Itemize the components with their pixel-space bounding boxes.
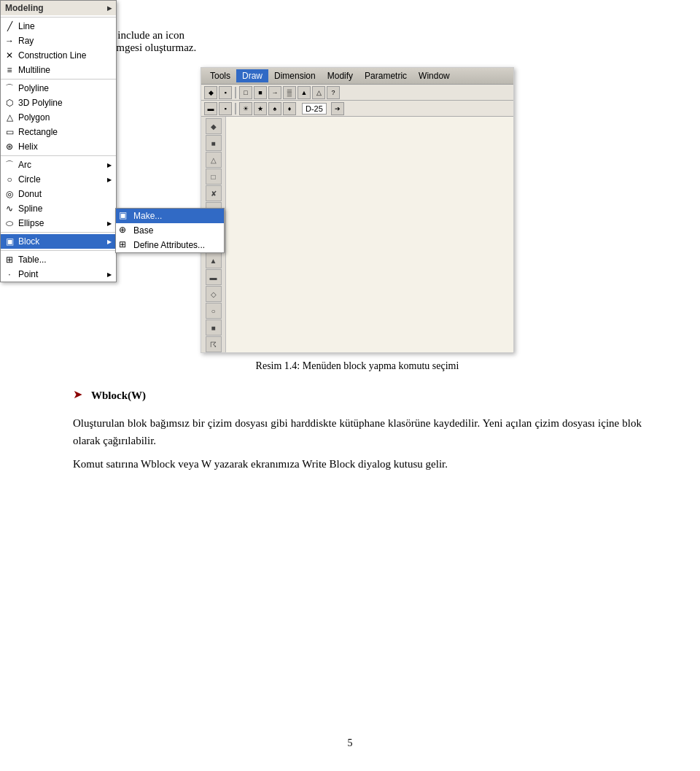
submenu-item-make[interactable]: ▣ Make... bbox=[116, 209, 224, 223]
zoom-input[interactable]: D-25 bbox=[302, 103, 327, 115]
menu-item-arc-label: Arc bbox=[18, 160, 31, 170]
menu-item-donut[interactable]: ◎ Donut bbox=[1, 187, 116, 201]
menubar-tools[interactable]: Tools bbox=[204, 69, 236, 82]
tb-btn-7[interactable]: ▲ bbox=[298, 86, 311, 99]
polygon-icon: △ bbox=[4, 112, 15, 123]
menu-item-polyline-label: Polyline bbox=[18, 83, 49, 93]
menu-item-spline[interactable]: ∿ Spline bbox=[1, 201, 116, 216]
page: • Do not include an icon Blok simgesi ol… bbox=[0, 0, 700, 771]
panel-icon-13[interactable]: ■ bbox=[206, 319, 222, 336]
menu-item-rectangle-label: Rectangle bbox=[18, 127, 58, 137]
ellipse-icon: ⬭ bbox=[4, 217, 15, 229]
tb-btn-13[interactable]: ★ bbox=[254, 102, 267, 115]
menu-item-table[interactable]: ⊞ Table... bbox=[1, 252, 116, 267]
caption-text: Resim 1.4: Menüden block yapma komutu se… bbox=[73, 360, 642, 372]
menu-item-multiline[interactable]: ≡ Multiline bbox=[1, 63, 116, 77]
menubar-window[interactable]: Window bbox=[413, 69, 456, 82]
3d-polyline-icon: ⬡ bbox=[4, 97, 15, 109]
construction-line-icon: ✕ bbox=[4, 50, 15, 61]
tb-btn-4[interactable]: ■ bbox=[254, 86, 267, 99]
tb-btn-1[interactable]: ◆ bbox=[204, 86, 217, 99]
menu-item-block[interactable]: ▣ Block bbox=[1, 234, 116, 249]
panel-icon-3[interactable]: △ bbox=[206, 152, 222, 168]
block-icon: ▣ bbox=[4, 236, 15, 247]
menu-item-ellipse-label: Ellipse bbox=[18, 218, 44, 228]
circle-icon: ○ bbox=[4, 174, 15, 185]
panel-icon-5[interactable]: ✘ bbox=[206, 185, 222, 201]
toolbar-row-2: ▬ ▪ ☀ ★ ♠ ♦ D-25 ➔ bbox=[201, 101, 513, 117]
submenu-item-define-attributes[interactable]: ⊞ Define Attributes... bbox=[116, 238, 224, 252]
bullet-item: • Do not include an icon Blok simgesi ol… bbox=[73, 29, 642, 54]
tb-btn-6[interactable]: ▒ bbox=[283, 86, 296, 99]
ray-icon: → bbox=[4, 35, 15, 47]
spline-icon: ∿ bbox=[4, 203, 15, 214]
tb-btn-10[interactable]: ▬ bbox=[204, 102, 217, 115]
tb-btn-9[interactable]: ? bbox=[327, 86, 340, 99]
panel-icon-9[interactable]: ▲ bbox=[206, 252, 222, 268]
menu-item-polygon[interactable]: △ Polygon bbox=[1, 110, 116, 125]
arrow-content: Wblock(W) bbox=[91, 387, 642, 404]
wblock-section: ➤ Wblock(W) bbox=[73, 387, 642, 404]
paragraph2-text: Komut satırına Wblock veya W yazarak ekr… bbox=[73, 458, 448, 470]
menu-item-construction-line[interactable]: ✕ Construction Line bbox=[1, 48, 116, 63]
point-icon: · bbox=[4, 268, 15, 280]
caption-label: Resim 1.4: Menüden block yapma komutu se… bbox=[256, 360, 459, 371]
menu-item-polyline[interactable]: ⌒ Polyline bbox=[1, 81, 116, 96]
draw-dropdown: Modeling ╱ Line → Ray ✕ bbox=[0, 0, 117, 282]
menu-item-line-label: Line bbox=[18, 21, 35, 31]
paragraph1: Oluşturulan blok bağımsız bir çizim dosy… bbox=[73, 414, 642, 449]
panel-icon-11[interactable]: ◇ bbox=[206, 286, 222, 302]
tb-btn-8[interactable]: △ bbox=[312, 86, 325, 99]
donut-icon: ◎ bbox=[4, 188, 15, 200]
panel-icon-12[interactable]: ○ bbox=[206, 303, 222, 319]
menu-item-polygon-label: Polygon bbox=[18, 112, 50, 123]
menubar-modify[interactable]: Modify bbox=[322, 69, 359, 82]
block-submenu: ▣ Make... ⊕ Base ⊞ Define Attributes... bbox=[115, 208, 225, 253]
submenu-item-define-attributes-label: Define Attributes... bbox=[133, 240, 205, 250]
paragraph2: Komut satırına Wblock veya W yazarak ekr… bbox=[73, 455, 642, 473]
page-number: 5 bbox=[348, 737, 353, 749]
menu-item-ellipse[interactable]: ⬭ Ellipse bbox=[1, 216, 116, 230]
submenu-item-base-label: Base bbox=[133, 225, 153, 236]
tb-btn-5[interactable]: → bbox=[268, 86, 281, 99]
define-attributes-icon: ⊞ bbox=[119, 239, 131, 251]
menubar-parametric[interactable]: Parametric bbox=[359, 69, 413, 82]
right-area bbox=[226, 117, 513, 352]
tb-btn-16[interactable]: ➔ bbox=[331, 102, 344, 115]
menu-item-donut-label: Donut bbox=[18, 189, 42, 199]
menu-item-circle-label: Circle bbox=[18, 174, 41, 185]
tb-btn-3[interactable]: □ bbox=[239, 86, 252, 99]
menu-item-rectangle[interactable]: ▭ Rectangle bbox=[1, 125, 116, 139]
rectangle-icon: ▭ bbox=[4, 126, 15, 138]
panel-icon-14[interactable]: ☈ bbox=[206, 336, 222, 352]
menu-item-ray[interactable]: → Ray bbox=[1, 34, 116, 48]
paragraph1-text: Oluşturulan blok bağımsız bir çizim dosy… bbox=[73, 417, 642, 446]
menu-item-helix[interactable]: ⊛ Helix bbox=[1, 139, 116, 154]
menu-item-table-label: Table... bbox=[18, 255, 47, 265]
menu-screenshot: Tools Draw Dimension Modify Parametric W… bbox=[201, 67, 514, 353]
panel-icon-1[interactable]: ◆ bbox=[206, 118, 222, 134]
tb-btn-11[interactable]: ▪ bbox=[219, 102, 232, 115]
wblock-title: Wblock(W) bbox=[91, 390, 146, 401]
menu-item-point[interactable]: · Point bbox=[1, 267, 116, 282]
submenu-item-make-label: Make... bbox=[133, 211, 162, 221]
menu-item-circle[interactable]: ○ Circle bbox=[1, 172, 116, 187]
menu-item-3d-polyline[interactable]: ⬡ 3D Polyline bbox=[1, 96, 116, 110]
menubar-dimension[interactable]: Dimension bbox=[268, 69, 322, 82]
menu-item-line[interactable]: ╱ Line bbox=[1, 19, 116, 34]
panel-icon-2[interactable]: ■ bbox=[206, 135, 222, 151]
menu-item-block-label: Block bbox=[18, 236, 39, 247]
tb-btn-15[interactable]: ♦ bbox=[283, 102, 296, 115]
menu-item-modeling[interactable]: Modeling bbox=[1, 1, 116, 15]
menu-item-helix-label: Helix bbox=[18, 142, 38, 152]
polyline-icon: ⌒ bbox=[4, 82, 15, 94]
tb-btn-14[interactable]: ♠ bbox=[268, 102, 281, 115]
menubar-draw[interactable]: Draw bbox=[236, 69, 268, 82]
panel-icon-10[interactable]: ▬ bbox=[206, 269, 222, 285]
submenu-item-base[interactable]: ⊕ Base bbox=[116, 223, 224, 238]
tb-btn-12[interactable]: ☀ bbox=[239, 102, 252, 115]
tb-btn-2[interactable]: ▪ bbox=[219, 86, 232, 99]
menu-item-arc[interactable]: ⌒ Arc bbox=[1, 158, 116, 172]
arc-icon: ⌒ bbox=[4, 159, 15, 171]
panel-icon-4[interactable]: □ bbox=[206, 168, 222, 185]
